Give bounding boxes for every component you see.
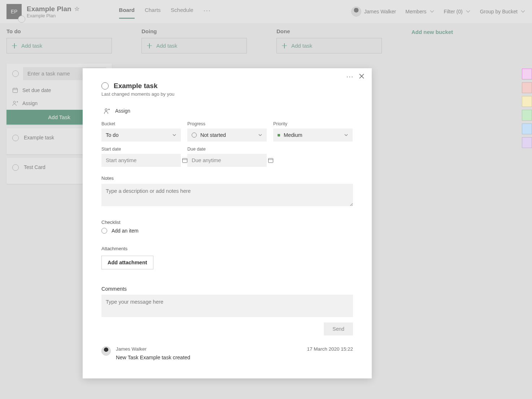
label-red[interactable] <box>522 82 532 93</box>
avatar-icon <box>101 346 111 356</box>
checklist-circle-icon <box>101 228 107 234</box>
priority-dot-icon <box>278 134 280 136</box>
progress-circle-icon <box>192 133 197 138</box>
assign-label: Assign <box>115 108 130 114</box>
checklist-label: Checklist <box>101 220 353 225</box>
due-date-input[interactable] <box>187 154 264 167</box>
comments-label: Comments <box>101 286 353 292</box>
progress-select[interactable]: Not started <box>187 129 267 142</box>
progress-value: Not started <box>200 132 226 138</box>
svg-rect-14 <box>269 159 273 163</box>
task-detail-modal: ··· Example task Last changed moments ag… <box>83 68 372 378</box>
due-date-label: Due date <box>187 147 267 152</box>
progress-field-label: Progress <box>187 121 267 126</box>
notes-textarea[interactable] <box>101 184 353 206</box>
priority-value: Medium <box>284 132 302 138</box>
priority-field-label: Priority <box>273 121 353 126</box>
chevron-down-icon <box>172 133 176 137</box>
notes-label: Notes <box>101 175 353 181</box>
attachments-label: Attachments <box>101 246 353 251</box>
label-purple[interactable] <box>522 137 532 148</box>
label-yellow[interactable] <box>522 96 532 107</box>
person-plus-icon <box>104 108 110 114</box>
more-actions-icon[interactable]: ··· <box>346 73 354 81</box>
add-attachment-button[interactable]: Add attachment <box>101 256 153 269</box>
modal-task-title[interactable]: Example task <box>114 82 157 90</box>
activity-text: New Task Example task created <box>116 355 353 360</box>
svg-point-9 <box>105 109 107 111</box>
label-strip <box>522 69 532 148</box>
priority-select[interactable]: Medium <box>273 129 353 142</box>
checklist-add-row[interactable]: Add an item <box>101 228 353 234</box>
send-button[interactable]: Send <box>324 322 353 335</box>
start-date-input[interactable] <box>101 154 178 167</box>
activity-timestamp: 17 March 2020 15:22 <box>307 346 353 352</box>
start-date-label: Start date <box>101 147 181 152</box>
task-complete-toggle[interactable] <box>101 82 109 90</box>
calendar-icon[interactable] <box>264 157 277 163</box>
svg-rect-12 <box>183 159 187 163</box>
start-date-field[interactable] <box>101 154 181 167</box>
bucket-value: To do <box>106 132 118 138</box>
checklist-add-label: Add an item <box>112 228 139 234</box>
comment-textarea[interactable] <box>101 295 353 317</box>
chevron-down-icon <box>344 133 348 137</box>
label-blue[interactable] <box>522 123 532 134</box>
label-green[interactable] <box>522 110 532 121</box>
label-pink[interactable] <box>522 69 532 79</box>
bucket-select[interactable]: To do <box>101 129 181 142</box>
modal-subtitle: Last changed moments ago by you <box>101 91 353 97</box>
activity-author: James Walker <box>116 346 147 352</box>
assign-button[interactable]: Assign <box>104 108 353 114</box>
close-icon[interactable] <box>359 73 365 81</box>
activity-entry: James Walker 17 March 2020 15:22 New Tas… <box>101 346 353 360</box>
due-date-field[interactable] <box>187 154 267 167</box>
bucket-field-label: Bucket <box>101 121 181 126</box>
chevron-down-icon <box>258 133 262 137</box>
